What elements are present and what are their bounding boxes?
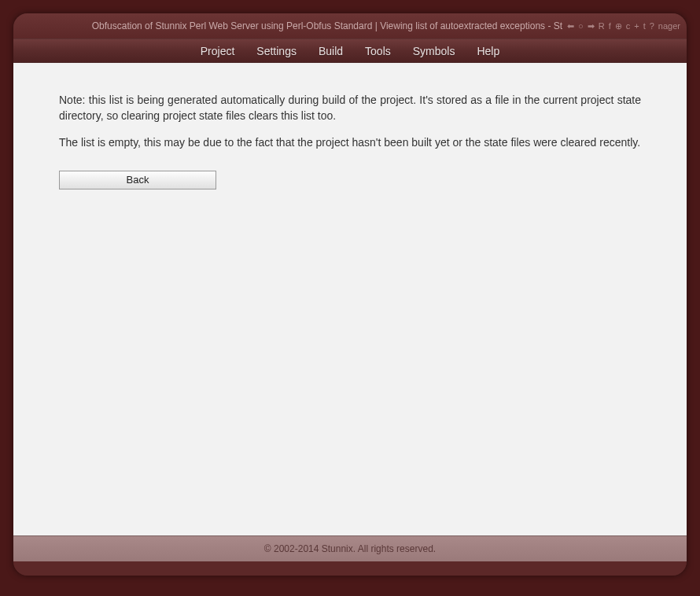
back-button[interactable]: Back [59,171,216,189]
window-title: Obfuscation of Stunnix Perl Web Server u… [20,20,562,31]
footer-bar: © 2002-2014 Stunnix. All rights reserved… [13,535,687,561]
nav-stop-icon[interactable]: ○ [578,21,584,31]
t-icon[interactable]: t [643,21,646,31]
menu-help[interactable]: Help [477,45,499,57]
plus-circle-icon[interactable]: ⊕ [615,21,622,31]
f-icon[interactable]: f [609,21,611,31]
note-text-1: Note: this list is being generated autom… [59,93,641,123]
plus-icon[interactable]: + [634,21,639,31]
menu-symbols[interactable]: Symbols [413,45,455,57]
menu-build[interactable]: Build [319,45,343,57]
help-icon[interactable]: ? [650,21,654,31]
window-bottom-edge [13,561,687,576]
main-menu: Project Settings Build Tools Symbols Hel… [13,39,687,63]
nav-forward-icon[interactable]: ➡ [588,21,595,31]
title-bar: Obfuscation of Stunnix Perl Web Server u… [13,13,687,39]
c-icon[interactable]: c [626,21,631,31]
menu-tools[interactable]: Tools [365,45,391,57]
app-window: Obfuscation of Stunnix Perl Web Server u… [13,13,687,576]
menu-settings[interactable]: Settings [256,45,297,57]
toolbar-icons: ⬅ ○ ➡ R f ⊕ c + t ? nager [567,21,680,31]
note-text-2: The list is empty, this may be due to th… [59,135,641,151]
content-panel: Note: this list is being generated autom… [13,63,687,535]
copyright-text: © 2002-2014 Stunnix. All rights reserved… [264,543,436,554]
nav-back-icon[interactable]: ⬅ [567,21,574,31]
title-trailing: nager [658,21,680,31]
refresh-icon[interactable]: R [599,21,605,31]
menu-project[interactable]: Project [201,45,235,57]
